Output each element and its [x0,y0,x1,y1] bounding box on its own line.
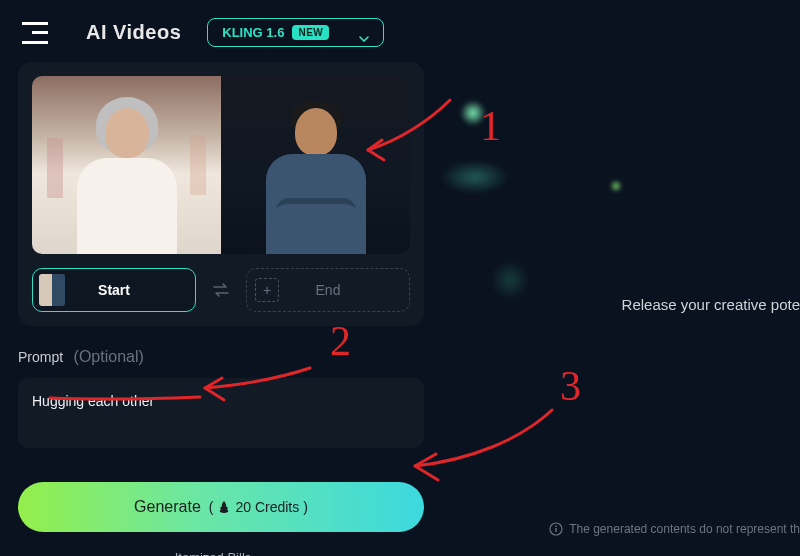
generate-button[interactable]: Generate ( 20 Credits ) [18,482,424,532]
frame-row: Start + End [32,268,410,312]
itemized-label: Itemized Bills [175,550,252,556]
svg-text:3: 3 [560,363,581,409]
start-frame-thumb [39,274,65,306]
page-title: AI Videos [86,21,181,44]
prompt-label-row: Prompt (Optional) [18,348,424,366]
start-frame-button[interactable]: Start [32,268,196,312]
menu-button[interactable] [22,22,48,44]
itemized-bills-toggle[interactable]: Itemized Bills [18,550,424,556]
fire-icon [217,500,231,514]
plus-icon: + [255,278,279,302]
generate-label: Generate [134,498,201,516]
model-selector[interactable]: KLING 1.6 NEW [207,18,384,47]
header-bar: AI Videos KLING 1.6 NEW [0,0,800,59]
credits-cost: ( 20 Credits ) [209,499,308,515]
prompt-input[interactable] [32,393,410,409]
swap-icon[interactable] [208,277,234,303]
image-card: Start + End [18,62,424,326]
left-panel: Start + End Prompt (Optional) Generate ( [18,62,424,556]
disclaimer-row: The generated contents do not represent … [549,522,800,536]
prompt-optional: (Optional) [74,348,144,365]
model-name: KLING 1.6 [222,25,284,40]
prompt-box [18,378,424,448]
end-frame-label: End [316,282,341,298]
prompt-label: Prompt [18,349,63,365]
disclaimer-text: The generated contents do not represent … [569,522,800,536]
start-frame-label: Start [98,282,130,298]
chevron-down-icon [359,30,369,36]
svg-rect-1 [555,528,556,532]
new-badge: NEW [292,25,329,40]
source-image-preview[interactable] [32,76,410,254]
tagline-text: Release your creative pote [622,296,800,313]
info-icon [549,522,563,536]
svg-rect-2 [555,526,556,527]
end-frame-button[interactable]: + End [246,268,410,312]
prompt-section: Prompt (Optional) [18,348,424,448]
svg-text:1: 1 [480,103,501,149]
